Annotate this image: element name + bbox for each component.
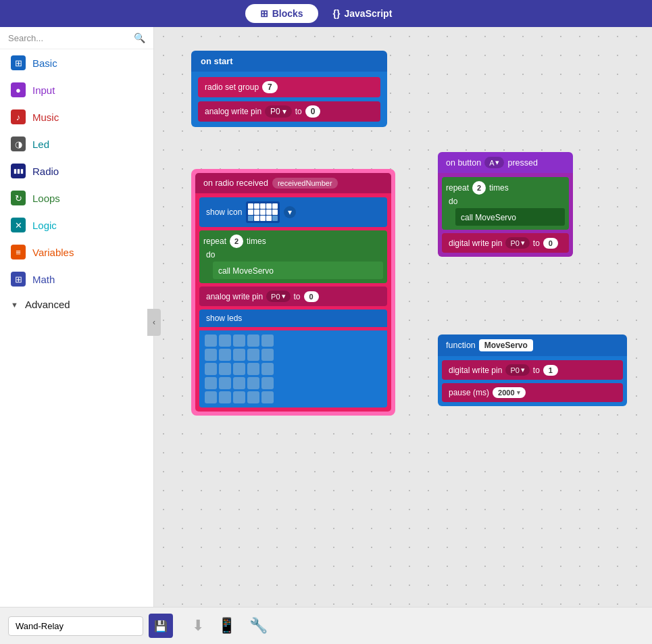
sidebar-item-label: Music [32, 112, 143, 123]
sidebar-collapse-handle[interactable]: ‹ [147, 309, 161, 336]
sidebar-item-label: Input [32, 84, 143, 96]
js-icon: {} [333, 8, 341, 19]
on-start-header: on start [191, 51, 387, 72]
save-icon: 💾 [154, 620, 168, 633]
variables-icon: ≡ [11, 245, 26, 259]
radio-received-header: on radio received receivedNumber [195, 173, 391, 193]
sidebar-item-label: Variables [32, 247, 143, 258]
sidebar-item-label: Radio [32, 166, 143, 177]
sidebar-item-label: Led [32, 139, 143, 150]
sidebar-item-label: Logic [32, 220, 143, 231]
show-icon-dropdown[interactable]: ▾ [284, 206, 296, 218]
repeat-header-btn: repeat 2 times [446, 181, 565, 195]
to-value[interactable]: 0 [305, 105, 321, 118]
repeat-value-btn[interactable]: 2 [472, 181, 486, 195]
on-start-label: on start [201, 56, 233, 66]
radio-group-value[interactable]: 7 [262, 81, 278, 93]
sidebar-item-radio[interactable]: ▮▮▮ Radio [0, 157, 153, 184]
loops-icon: ↻ [11, 191, 26, 205]
received-param: receivedNumber [272, 178, 338, 189]
javascript-tab[interactable]: {} JavaScript [318, 4, 407, 23]
repeat-block[interactable]: repeat 2 times do call MoveServo [199, 230, 387, 283]
repeat-header: repeat 2 times [203, 234, 383, 248]
math-icon: ⊞ [11, 272, 26, 287]
sidebar-item-label: Advanced [25, 299, 143, 310]
repeat-value[interactable]: 2 [230, 234, 243, 248]
on-start-body: radio set group 7 analog write pin P0 ▾ … [191, 72, 387, 127]
sidebar-item-variables[interactable]: ≡ Variables [0, 239, 153, 266]
analog-write-block[interactable]: analog write pin P0 ▾ to 0 [198, 101, 380, 122]
sidebar-item-input[interactable]: ● Input [0, 76, 153, 103]
project-name-input[interactable] [8, 616, 143, 636]
button-dropdown[interactable]: A ▾ [484, 157, 504, 168]
do-label-btn: do [446, 195, 565, 208]
function-group: function MoveServo digital write pin P0 … [438, 335, 627, 406]
javascript-tab-label: JavaScript [345, 8, 393, 19]
share-icon[interactable]: 📱 [218, 617, 236, 635]
top-bar: ⊞ Blocks {} JavaScript [0, 0, 652, 27]
on-button-body: repeat 2 times do call MoveServo digital… [438, 173, 573, 257]
basic-icon: ⊞ [11, 55, 26, 70]
pin-dropdown-2[interactable]: P0 ▾ [266, 291, 290, 302]
func-to-value[interactable]: 1 [543, 365, 558, 376]
function-name-badge: MoveServo [479, 339, 533, 351]
bottom-icons: ⬇ 📱 🔧 [192, 617, 268, 635]
blocks-tab-label: Blocks [272, 8, 303, 19]
blocks-tab[interactable]: ⊞ Blocks [245, 4, 318, 23]
on-button-pressed-group: on button A ▾ pressed repeat 2 times do … [438, 152, 573, 257]
sidebar-item-math[interactable]: ⊞ Math [0, 266, 153, 293]
music-icon: ♪ [11, 109, 26, 124]
sidebar-item-label: Loops [32, 193, 143, 204]
do-label: do [203, 248, 383, 262]
sidebar-item-label: Math [32, 274, 143, 285]
sidebar-item-led[interactable]: ◑ Led [0, 130, 153, 157]
radio-set-group-block[interactable]: radio set group 7 [198, 77, 380, 97]
call-moveservo-block[interactable]: call MoveServo [213, 262, 383, 279]
input-icon: ● [11, 82, 26, 97]
save-button[interactable]: 💾 [149, 614, 173, 638]
digital-to-value[interactable]: 0 [543, 238, 558, 249]
to-value-2[interactable]: 0 [304, 291, 319, 302]
repeat-block-btn[interactable]: repeat 2 times do call MoveServo [442, 177, 569, 230]
show-icon-block[interactable]: show icon [199, 197, 387, 227]
func-pin-dropdown[interactable]: P0 ▾ [505, 364, 529, 376]
led-icon: ◑ [11, 137, 26, 151]
bottom-bar: 💾 ⬇ 📱 🔧 [0, 607, 652, 644]
digital-write-block[interactable]: digital write pin P0 ▾ to 0 [442, 233, 569, 253]
sidebar-item-loops[interactable]: ↻ Loops [0, 184, 153, 212]
sidebar-item-music[interactable]: ♪ Music [0, 103, 153, 130]
search-bar: 🔍 [0, 27, 153, 49]
led-grid [199, 330, 387, 407]
sidebar: 🔍 ⊞ Basic ● Input ♪ Music ◑ Led ▮▮▮ Radi… [0, 27, 154, 607]
radio-received-group: on radio received receivedNumber show ic… [191, 169, 395, 416]
radio-icon: ▮▮▮ [11, 164, 26, 178]
radio-received-body: show icon [195, 193, 391, 412]
show-leds-header: show leds [199, 309, 387, 327]
pause-block[interactable]: pause (ms) 2000 ▾ [442, 383, 623, 402]
func-digital-write-block[interactable]: digital write pin P0 ▾ to 1 [442, 360, 623, 380]
pause-value[interactable]: 2000 ▾ [493, 387, 525, 398]
sidebar-item-advanced[interactable]: ▼ Advanced [0, 293, 153, 316]
icon-grid [246, 201, 280, 223]
analog-write-block-2[interactable]: analog write pin P0 ▾ to 0 [199, 287, 387, 306]
search-input[interactable] [8, 33, 130, 43]
on-start-group: on start radio set group 7 analog write … [191, 51, 387, 127]
main-canvas: on start radio set group 7 analog write … [154, 27, 652, 607]
digital-pin-dropdown[interactable]: P0 ▾ [505, 237, 529, 249]
blocks-icon: ⊞ [260, 8, 268, 19]
sidebar-item-basic[interactable]: ⊞ Basic [0, 49, 153, 76]
advanced-collapse-icon: ▼ [11, 301, 18, 309]
on-button-header: on button A ▾ pressed [438, 152, 573, 173]
search-icon: 🔍 [134, 32, 145, 43]
settings-icon[interactable]: 🔧 [249, 617, 268, 635]
function-body: digital write pin P0 ▾ to 1 pause (ms) 2… [438, 356, 627, 406]
call-moveservo-btn[interactable]: call MoveServo [455, 208, 565, 226]
download-icon[interactable]: ⬇ [192, 617, 204, 635]
function-header: function MoveServo [438, 335, 627, 356]
pin-dropdown[interactable]: P0 ▾ [265, 105, 292, 118]
sidebar-item-label: Basic [32, 57, 143, 69]
logic-icon: ✕ [11, 218, 26, 232]
sidebar-item-logic[interactable]: ✕ Logic [0, 212, 153, 239]
